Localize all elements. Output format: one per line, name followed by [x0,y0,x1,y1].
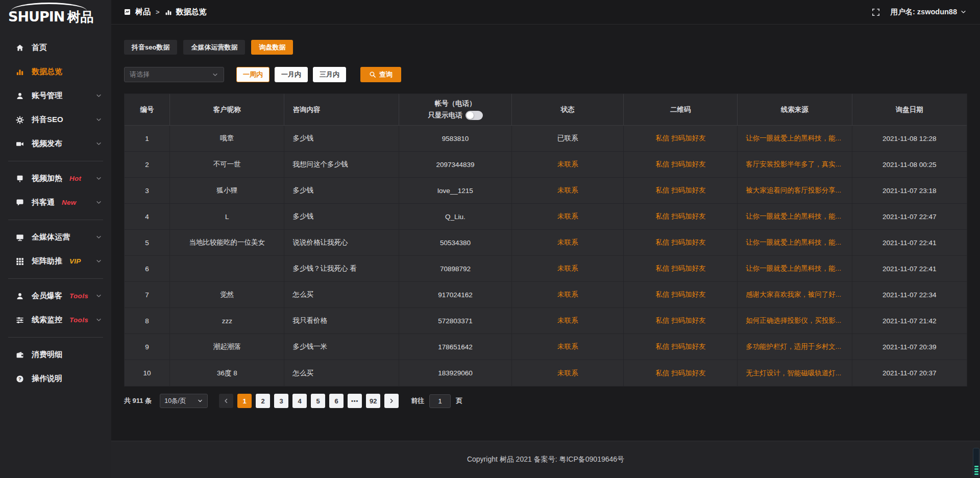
source-link[interactable]: 如何正确选择投影仪，买投影... [746,317,841,324]
qrcode-link[interactable]: 私信 扫码加好友 [655,238,705,246]
cell-date: 2021-11-07 22:41 [852,256,967,282]
qrcode-link[interactable]: 私信 扫码加好友 [655,291,705,298]
cell-status: 未联系 [512,360,624,386]
chevron-down-icon [960,9,967,15]
qrcode-link[interactable]: 私信 扫码加好友 [655,186,705,194]
cell-source: 客厅安装投影半年多了，真实... [738,152,852,178]
source-link[interactable]: 多功能护栏灯，适用于乡村文... [746,343,841,350]
tab-douyin-seo-data[interactable]: 抖音seo数据 [124,40,177,55]
cell-source: 让你一眼就爱上的黑科技，能... [738,204,852,230]
cell-source: 让你一眼就爱上的黑科技，能... [738,230,852,256]
account-header-stack: 帐号（电话）只显示电话 [403,99,507,120]
user-menu[interactable]: 用户名: zswodun88 [890,7,967,17]
qrcode-link[interactable]: 私信 扫码加好友 [655,317,705,324]
page-ellipsis-button[interactable]: ••• [348,394,362,408]
sidebar-item-douyin-seo[interactable]: 抖音SEO [0,108,111,132]
cell-id: 4 [125,204,170,230]
goto-page-input[interactable] [429,394,451,408]
qrcode-link[interactable]: 私信 扫码加好友 [655,212,705,220]
breadcrumb-separator: > [156,8,160,16]
sidebar-item-media-operation[interactable]: 全媒体运营 [0,225,111,249]
sidebar-item-operation-guide[interactable]: ?操作说明 [0,367,111,391]
goto-page: 前往 页 [411,394,462,408]
sidebar-divider [8,220,103,220]
period-button-month[interactable]: 一月内 [275,67,308,82]
sidebar-item-lead-monitor[interactable]: 线索监控Tools [0,308,111,332]
qrcode-link[interactable]: 私信 扫码加好友 [655,343,705,350]
column-header-6: 线索来源 [738,94,852,126]
chevron-down-icon [95,175,102,182]
query-button[interactable]: 查询 [360,67,401,82]
badge-new: New [62,199,77,206]
cell-content: 多少钱 [284,126,399,152]
period-button-week[interactable]: 一周内 [236,67,270,82]
cell-status: 未联系 [512,282,624,308]
sidebar-item-douketong[interactable]: 抖客通New [0,190,111,214]
app-icon [124,8,131,16]
status-badge: 未联系 [557,238,578,246]
qrcode-link[interactable]: 私信 扫码加好友 [655,265,705,272]
sidebar-item-home[interactable]: 首页 [0,36,111,60]
next-page-button[interactable] [384,394,399,408]
period-button-quarter[interactable]: 三月内 [313,67,346,82]
sidebar-item-matrix-boost[interactable]: 矩阵助推VIP [0,249,111,273]
sliders-icon [15,316,24,324]
column-header-7: 询盘日期 [852,94,967,126]
cell-content: 多少钱 [284,204,399,230]
sidebar-item-data-overview[interactable]: 数据总览 [0,60,111,84]
cell-source: 让你一眼就爱上的黑科技，能... [738,256,852,282]
cell-source: 无主灯设计，智能磁吸轨道灯... [738,360,852,386]
source-link[interactable]: 让你一眼就爱上的黑科技，能... [746,265,841,272]
status-badge: 已联系 [557,134,578,142]
source-link[interactable]: 让你一眼就爱上的黑科技，能... [746,134,841,142]
table-row: 1036度 8怎么买183929060未联系私信 扫码加好友无主灯设计，智能磁吸… [125,360,967,386]
sidebar-item-label: 会员爆客 [32,291,62,301]
source-link[interactable]: 感谢大家喜欢我家，被问了好... [746,291,841,298]
page-button-6[interactable]: 6 [329,394,344,408]
gear-icon [15,115,24,124]
page-button-1[interactable]: 1 [237,394,252,408]
qrcode-link[interactable]: 私信 扫码加好友 [655,134,705,142]
tab-media-operation-data[interactable]: 全媒体运营数据 [183,40,245,55]
source-link[interactable]: 无主灯设计，智能磁吸轨道灯... [746,369,841,377]
cell-id: 8 [125,308,170,334]
page-button-3[interactable]: 3 [274,394,288,408]
sidebar-item-video-heat[interactable]: 视频加热Hot [0,166,111,190]
qrcode-link[interactable]: 私信 扫码加好友 [655,369,705,377]
prev-page-button[interactable] [219,394,233,408]
breadcrumb-root[interactable]: 树品 [135,7,151,17]
source-link[interactable]: 被大家追着问的客厅投影分享... [746,186,841,194]
table-header-row: 编号客户昵称咨询内容帐号（电话）只显示电话状态二维码线索来源询盘日期 [125,94,967,126]
breadcrumb: 树品 > 数据总览 [124,7,207,17]
chevron-down-icon [95,293,102,299]
source-link[interactable]: 让你一眼就爱上的黑科技，能... [746,212,841,220]
corner-widget [973,448,979,476]
page-button-4[interactable]: 4 [292,394,307,408]
badge-vip: VIP [69,257,81,265]
qrcode-link[interactable]: 私信 扫码加好友 [655,160,705,168]
source-link[interactable]: 让你一眼就爱上的黑科技，能... [746,238,841,246]
column-header-2: 咨询内容 [284,94,399,126]
page-button-2[interactable]: 2 [256,394,270,408]
cell-qrcode: 私信 扫码加好友 [624,230,738,256]
column-header-5: 二维码 [624,94,738,126]
sidebar-divider [8,337,103,338]
cell-status: 未联系 [512,230,624,256]
grid-icon [15,257,24,266]
page-button-92[interactable]: 92 [366,394,380,408]
sidebar-item-account-management[interactable]: 账号管理 [0,84,111,108]
cell-content: 我想问这个多少钱 [284,152,399,178]
fullscreen-icon[interactable] [872,8,880,16]
sidebar-item-video-publish[interactable]: 视频发布 [0,132,111,156]
tab-inquiry-data[interactable]: 询盘数据 [251,40,293,55]
app-logo: SHUPIN树品 [0,0,111,30]
phone-only-toggle[interactable] [465,111,483,120]
page-size-select[interactable]: 10条/页 [160,394,208,408]
sidebar-item-member-leads[interactable]: 会员爆客Tools [0,284,111,308]
cell-content: 怎么买 [284,360,399,386]
filter-select[interactable]: 请选择 [124,67,224,82]
source-link[interactable]: 客厅安装投影半年多了，真实... [746,160,841,168]
cell-date: 2021-11-07 22:47 [852,204,967,230]
sidebar-item-consumption-detail[interactable]: 消费明细 [0,343,111,367]
page-button-5[interactable]: 5 [311,394,325,408]
